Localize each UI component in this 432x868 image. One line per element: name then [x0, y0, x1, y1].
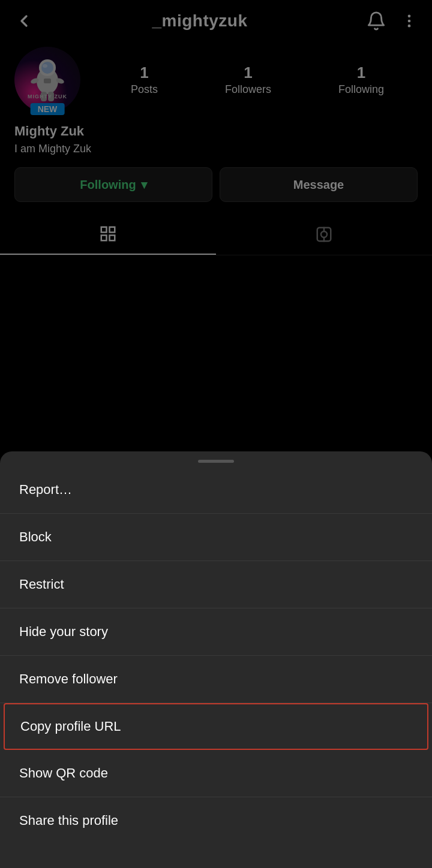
sheet-item-report[interactable]: Report…	[0, 466, 432, 514]
sheet-handle	[0, 451, 432, 466]
bottom-sheet: Report… Block Restrict Hide your story R…	[0, 451, 432, 868]
sheet-item-show-qr[interactable]: Show QR code	[0, 750, 432, 797]
sheet-item-copy-profile-url[interactable]: Copy profile URL	[4, 703, 428, 750]
sheet-item-restrict[interactable]: Restrict	[0, 561, 432, 608]
sheet-item-remove-follower[interactable]: Remove follower	[0, 656, 432, 703]
sheet-item-block[interactable]: Block	[0, 514, 432, 561]
sheet-item-hide-story[interactable]: Hide your story	[0, 608, 432, 656]
sheet-item-share-profile[interactable]: Share this profile	[0, 797, 432, 844]
drag-handle	[198, 460, 234, 463]
